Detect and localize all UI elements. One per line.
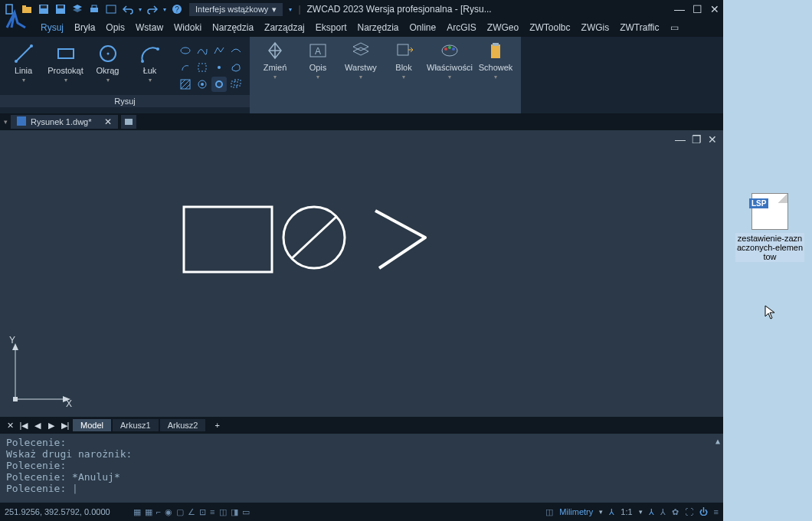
osnap-icon[interactable]: ▢	[176, 507, 184, 517]
chevron-down-icon[interactable]: ▾	[639, 508, 643, 516]
add-layout-button[interactable]: +	[207, 419, 227, 431]
hatch-icon[interactable]	[178, 77, 193, 92]
customize-icon[interactable]: ≡	[714, 507, 719, 516]
menu-eksport[interactable]: Eksport	[311, 20, 352, 35]
menu-wstaw[interactable]: Wstaw	[131, 20, 168, 35]
ui-mode-select[interactable]: Interfejs wstążkowy ▾	[189, 3, 283, 16]
redo-icon[interactable]	[146, 3, 159, 15]
wipeout-icon[interactable]	[228, 77, 244, 92]
menu-zwtoolbc[interactable]: ZWToolbc	[525, 20, 575, 35]
command-window[interactable]: Polecenie: Wskaż drugi narożnik: Polecen…	[0, 434, 723, 503]
layers-button[interactable]: Warstwy ▾	[342, 40, 380, 110]
sheet1-tab[interactable]: Arkusz1	[113, 419, 159, 431]
point-icon[interactable]	[211, 60, 227, 75]
menu-arcgis[interactable]: ArcGIS	[442, 20, 481, 35]
app-logo[interactable]	[4, 6, 34, 37]
properties-button[interactable]: Właściwości ▾	[427, 40, 472, 110]
otrack-icon[interactable]: ∠	[188, 507, 195, 517]
square-dashed-icon[interactable]	[195, 60, 210, 75]
units-label[interactable]: Milimetry	[559, 507, 593, 516]
arc-button[interactable]: Łuk ▾	[133, 43, 167, 92]
scale-label[interactable]: 1:1	[620, 507, 632, 516]
layers-icon[interactable]	[71, 3, 83, 15]
ortho-icon[interactable]: ⌐	[156, 507, 161, 517]
trace-icon[interactable]	[228, 43, 244, 58]
rectangle-button[interactable]: Prostokąt ▾	[48, 43, 83, 92]
ellipse-icon[interactable]	[178, 43, 193, 58]
lwt-icon[interactable]: ≡	[210, 507, 214, 517]
chevron-down-icon: ▾	[359, 74, 362, 80]
spline-icon[interactable]	[195, 43, 210, 58]
menu-rysuj[interactable]: Rysuj	[36, 20, 68, 35]
undo-arrow[interactable]: ▾	[139, 6, 142, 13]
maximize-button[interactable]: ☐	[692, 3, 702, 15]
undo-icon[interactable]	[122, 3, 134, 15]
chevron-down-icon: ▾	[316, 74, 319, 80]
dyn-icon[interactable]: ⊡	[199, 507, 206, 517]
tab-dropdown[interactable]: ▾	[4, 118, 8, 126]
menu-zwgeo[interactable]: ZWGeo	[483, 20, 523, 35]
qprops-icon[interactable]: ▭	[242, 507, 250, 517]
print-icon[interactable]	[88, 3, 100, 15]
annotation-button[interactable]: A Opis ▾	[299, 40, 337, 110]
menu-zarzadzaj[interactable]: Zarządzaj	[260, 20, 309, 35]
minimize-button[interactable]: —	[674, 3, 685, 15]
help-icon[interactable]: ?	[171, 3, 183, 15]
new-tab-button[interactable]	[121, 115, 136, 129]
menu-bryla[interactable]: Bryła	[70, 20, 100, 35]
next-layout-button[interactable]: ▶	[45, 421, 57, 431]
fullscreen-icon[interactable]: ⛶	[685, 507, 693, 516]
model-space-icon[interactable]: ◫	[545, 507, 553, 517]
close-tab-button[interactable]: ✕	[104, 116, 112, 127]
drawing-canvas[interactable]: — ❐ ✕ Y X	[0, 130, 723, 417]
arc3-icon[interactable]	[178, 60, 193, 75]
annovisibility-icon[interactable]: ⅄	[649, 507, 654, 517]
snap-icon[interactable]: ▦	[145, 507, 152, 517]
close-layout-button[interactable]: ✕	[4, 421, 16, 431]
first-layout-button[interactable]: |◀	[18, 421, 30, 431]
saveas-icon[interactable]	[54, 3, 67, 15]
redo-arrow[interactable]: ▾	[163, 6, 166, 13]
ring-icon[interactable]	[211, 77, 227, 92]
close-button[interactable]: ✕	[710, 3, 719, 15]
polyline-icon[interactable]	[211, 43, 227, 58]
scroll-up-icon[interactable]: ▲	[715, 437, 720, 445]
file-tab[interactable]: Rysunek 1.dwg* ✕	[11, 115, 118, 129]
grid-icon[interactable]: ▦	[133, 507, 141, 517]
line-label: Linia	[15, 66, 32, 75]
transparency-icon[interactable]: ◫	[219, 507, 227, 517]
menu-zwtraffic[interactable]: ZWTraffic	[615, 20, 663, 35]
workspace-icon[interactable]: ✿	[672, 507, 679, 517]
menu-zwgis[interactable]: ZWGis	[577, 20, 614, 35]
donut-icon[interactable]	[195, 77, 210, 92]
menu-narzedzia2[interactable]: Narzędzia	[352, 20, 403, 35]
preview-icon[interactable]	[105, 3, 117, 15]
desktop-file-icon[interactable]: LSP zestawienie-zaznaczonych-elementow	[735, 193, 804, 262]
line-button[interactable]: Linia ▾	[6, 43, 41, 92]
annoautoscale-icon[interactable]: ⅄	[660, 507, 666, 517]
last-layout-button[interactable]: ▶|	[59, 421, 71, 431]
ribbon-collapse-icon[interactable]: ▭	[666, 20, 683, 35]
revcloud-icon[interactable]	[228, 60, 244, 75]
chevron-down-icon[interactable]: ▾	[599, 508, 603, 516]
menu-online[interactable]: Online	[405, 20, 441, 35]
block-button[interactable]: Blok ▾	[385, 40, 423, 110]
menu-opis[interactable]: Opis	[101, 20, 129, 35]
svg-text:?: ?	[175, 5, 179, 14]
menu-narzedzia[interactable]: Narzędzia	[208, 20, 258, 35]
cycling-icon[interactable]: ◨	[231, 507, 238, 517]
clipboard-button[interactable]: Schowek ▾	[476, 40, 515, 110]
qat-more[interactable]: ▾	[289, 6, 292, 13]
menu-widoki[interactable]: Widoki	[169, 20, 206, 35]
sheet2-tab[interactable]: Arkusz2	[160, 419, 206, 431]
model-tab[interactable]: Model	[73, 419, 111, 431]
save-icon[interactable]	[38, 3, 50, 15]
prev-layout-button[interactable]: ◀	[31, 421, 44, 431]
polar-icon[interactable]: ◉	[165, 507, 172, 517]
annoscale-icon[interactable]: ⅄	[609, 507, 614, 517]
circle-button[interactable]: Okrąg ▾	[90, 43, 125, 92]
modify-button[interactable]: Zmień ▾	[256, 40, 294, 110]
hardware-accel-icon[interactable]: ⏻	[699, 507, 708, 516]
desktop-file-name: zestawienie-zaznaczonych-elementow	[735, 233, 804, 262]
svg-rect-43	[184, 207, 272, 272]
